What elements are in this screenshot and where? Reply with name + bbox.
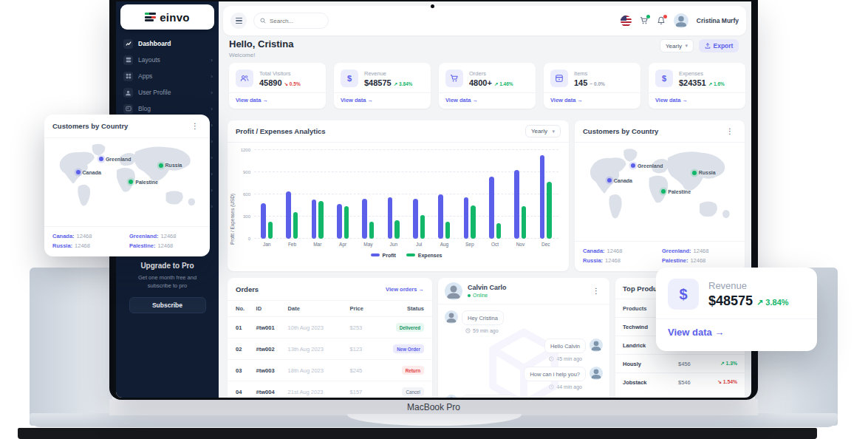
chevron-right-icon: › [211,89,213,96]
order-row: 02#tw00213th Aug 2023$123New Order [228,338,432,360]
map-marker-palestine[interactable]: Palestine [661,189,691,194]
chart-bar [489,177,494,239]
view-data-link[interactable]: View data → [550,97,583,103]
sidebar-item-user-profile[interactable]: User Profile › [116,84,219,101]
cart-badge [646,15,650,18]
map-marker-canada[interactable]: Canada [76,170,101,175]
customers-title: Customers by Country [583,127,658,135]
notification-badge [663,15,667,18]
arrow-right-icon: → [473,97,479,103]
sidebar-item-label: Apps [138,72,152,80]
status-badge: Return [402,366,424,375]
x-tick-label: Oct [484,242,506,247]
stat-value: 4800+↗ 1.46% [469,78,513,87]
stat-label: Total Visitors [259,70,301,77]
sidebar-item-dashboard[interactable]: Dashboard [116,35,219,52]
sidebar-item-label: Dashboard [138,40,171,47]
map-marker-canada[interactable]: Canada [607,178,632,183]
stat-label: Expenses [679,70,725,77]
notifications-button[interactable] [657,16,666,25]
chevron-right-icon: › [211,138,213,145]
hamburger-menu-button[interactable] [230,13,247,29]
floating-revenue-card: $ Revenue $48575↗ 3.84% View data → [656,268,817,351]
arrow-right-icon: → [263,97,269,103]
upgrade-description: Get one month free and subscribe to pro [129,273,206,290]
topbar: Cristina Murfy [223,6,746,35]
chart-bar [420,215,426,239]
chat-online-status: Online [468,293,507,298]
webcam-icon [431,4,434,8]
view-data-link[interactable]: View data → [655,97,688,103]
apps-grid-icon [123,72,133,81]
status-badge: Cancel [402,387,424,396]
orders-col-id: ID [248,301,280,317]
laptop-left-side [30,268,112,426]
x-tick-label: Dec [535,242,557,247]
message-avatar [445,395,458,398]
view-data-link[interactable]: View data → [668,327,724,338]
map-marker-greenland[interactable]: Greenland [631,163,663,169]
chat-message: Hello Calvin [445,338,603,353]
message-avatar [445,310,458,324]
stat-label: Orders [469,70,513,77]
chart-period-select[interactable]: Yearly ▾ [525,125,561,137]
x-tick-label: May [357,242,379,247]
profit-expenses-chart-card: Profit / Expenses Analytics Yearly ▾ Pro… [228,120,569,271]
sidebar-item-label: Blog [138,105,151,112]
bar-group-jun [388,197,400,239]
kebab-menu-icon[interactable]: ⋮ [188,120,202,132]
stat-card-revenue: $Revenue$48575↗ 3.84%View data → [334,63,431,109]
chart-bar [293,212,298,239]
message-bubble: How can i help you? [524,367,586,381]
chevron-down-icon: ▾ [552,129,555,135]
kebab-menu-icon[interactable]: ⋮ [590,285,603,296]
chevron-right-icon: › [211,122,213,129]
chart-bar [540,155,545,239]
sidebar-item-apps[interactable]: Apps › [116,68,219,84]
period-value: Yearly [666,43,682,50]
users-icon [236,69,253,87]
country-stat: Canada:12468 [583,248,657,254]
view-data-link[interactable]: View data → [445,97,478,103]
language-flag-icon[interactable] [621,16,632,27]
map-marker-greenland[interactable]: Greenland [99,157,131,162]
view-data-link[interactable]: View data → [236,97,268,103]
export-label: Export [714,42,734,50]
greeting-title: Hello, Cristina [229,38,293,50]
arrow-right-icon: → [368,97,374,103]
period-select[interactable]: Yearly ▾ [660,39,694,52]
kebab-menu-icon[interactable]: ⋮ [723,126,737,137]
view-data-link[interactable]: View data → [341,97,373,103]
user-avatar[interactable] [674,13,688,28]
view-orders-link[interactable]: View orders → [386,286,424,293]
search-input[interactable] [270,18,321,24]
upgrade-title: Upgrade to Pro [125,262,210,270]
map-marker-russia[interactable]: Russia [159,163,182,168]
search-box[interactable] [253,13,329,29]
orders-table: No. ID Date Price Status 01#tw00110th Au… [228,300,432,398]
chart-title: Profit / Expenses Analytics [236,127,326,135]
chart-bar [261,203,266,239]
map-marker-russia[interactable]: Russia [692,170,716,175]
country-stats: Canada:12468 Greenland:12468 Russia:1246… [575,242,745,271]
logo-text: einvo [160,11,190,24]
chart-bar [522,206,527,239]
x-tick-label: Jul [408,242,430,247]
export-button[interactable]: Export [699,39,739,52]
message-avatar [590,338,603,352]
dollar-icon: $ [341,69,358,87]
stat-value: $24351↗ 1.6% [679,78,725,87]
subscribe-button[interactable]: Subscribe [129,297,206,313]
stat-change: ↗ 3.84% [394,81,413,86]
map-marker-palestine[interactable]: Palestine [129,180,158,185]
chat-messages: Hey Cristina59 min agoHello Calvin45 min… [438,304,609,398]
cart-button[interactable] [640,16,649,25]
stat-label: Items [574,70,605,77]
order-row: 03#tw00318th Aug 2023$245Return [228,360,432,381]
sidebar-item-layouts[interactable]: Layouts › [116,52,219,68]
logo[interactable]: einvo [120,4,214,30]
country-stat: Palestine:12468 [129,242,202,249]
greeting-subtitle: Welcome! [229,52,293,58]
sidebar-item-label: User Profile [138,89,171,96]
chevron-right-icon: › [211,171,213,177]
